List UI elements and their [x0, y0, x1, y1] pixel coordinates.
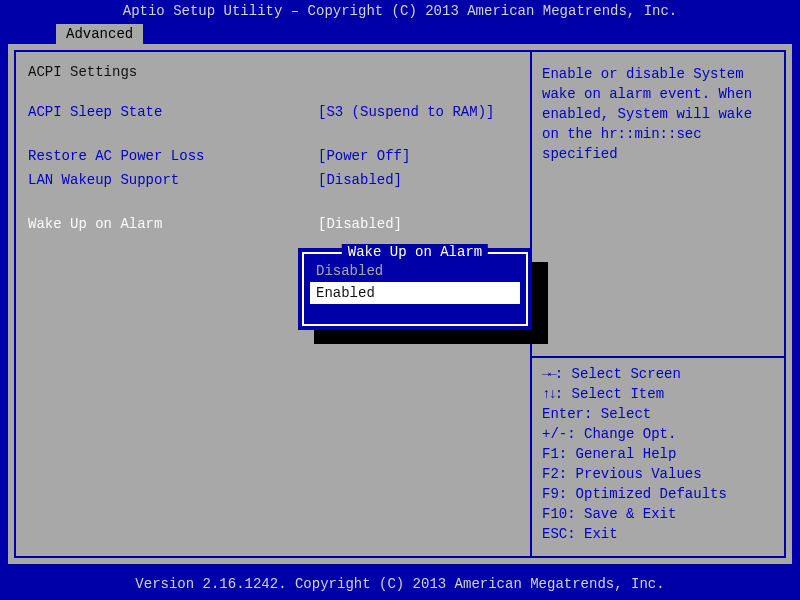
row-value: [Power Off] [318, 146, 410, 166]
row-acpi-sleep-state[interactable]: ACPI Sleep State [S3 (Suspend to RAM)] [28, 102, 518, 122]
hint-f2: F2: Previous Values [542, 464, 774, 484]
title-bar: Aptio Setup Utility – Copyright (C) 2013… [0, 0, 800, 26]
hint-change-opt: +/-: Change Opt. [542, 424, 774, 444]
row-value: [Disabled] [318, 214, 402, 234]
row-value: [Disabled] [318, 170, 402, 190]
row-label: ACPI Sleep State [28, 102, 318, 122]
popup-title: Wake Up on Alarm [342, 244, 488, 260]
row-lan-wakeup-support[interactable]: LAN Wakeup Support [Disabled] [28, 170, 518, 190]
main-frame: ACPI Settings ACPI Sleep State [S3 (Susp… [8, 44, 792, 564]
help-panel: Enable or disable System wake on alarm e… [532, 52, 784, 556]
key-hints: : Select Screen : Select Item Enter: Sel… [542, 358, 774, 544]
row-restore-ac-power-loss[interactable]: Restore AC Power Loss [Power Off] [28, 146, 518, 166]
row-label: Wake Up on Alarm [28, 214, 318, 234]
tab-row: Advanced [56, 24, 143, 44]
arrows-up-down-icon [542, 386, 555, 402]
section-title: ACPI Settings [28, 64, 518, 80]
hint-f9: F9: Optimized Defaults [542, 484, 774, 504]
hint-esc: ESC: Exit [542, 524, 774, 544]
row-label: Restore AC Power Loss [28, 146, 318, 166]
popup-option-disabled[interactable]: Disabled [310, 260, 520, 282]
help-text: Enable or disable System wake on alarm e… [542, 64, 774, 164]
row-wake-up-on-alarm[interactable]: Wake Up on Alarm [Disabled] [28, 214, 518, 234]
settings-panel: ACPI Settings ACPI Sleep State [S3 (Susp… [16, 52, 532, 556]
hint-select-screen: : Select Screen [555, 366, 681, 382]
arrows-left-right-icon [542, 366, 555, 382]
tab-advanced[interactable]: Advanced [56, 24, 143, 44]
popup-wake-up-on-alarm: Wake Up on Alarm Disabled Enabled [298, 248, 532, 330]
row-value: [S3 (Suspend to RAM)] [318, 102, 494, 122]
popup-option-enabled[interactable]: Enabled [310, 282, 520, 304]
hint-f10: F10: Save & Exit [542, 504, 774, 524]
footer-bar: Version 2.16.1242. Copyright (C) 2013 Am… [0, 570, 800, 600]
hint-f1: F1: General Help [542, 444, 774, 464]
row-label: LAN Wakeup Support [28, 170, 318, 190]
hint-enter: Enter: Select [542, 404, 774, 424]
hint-select-item: : Select Item [555, 386, 664, 402]
